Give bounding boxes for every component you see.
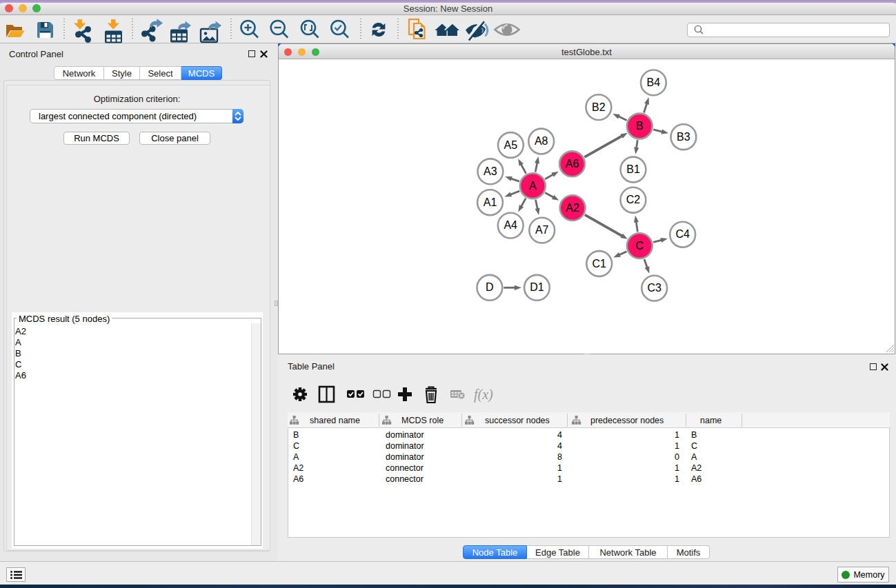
svg-text:D: D xyxy=(486,281,494,293)
svg-text:A5: A5 xyxy=(504,139,518,151)
svg-text:A3: A3 xyxy=(484,165,497,177)
svg-text:B3: B3 xyxy=(677,131,690,143)
svg-text:B4: B4 xyxy=(647,77,661,88)
svg-text:A8: A8 xyxy=(535,135,548,147)
svg-text:D1: D1 xyxy=(530,281,544,293)
svg-text:C1: C1 xyxy=(592,258,606,270)
svg-text:A7: A7 xyxy=(535,224,549,236)
svg-text:A2: A2 xyxy=(566,202,579,214)
svg-text:B1: B1 xyxy=(626,163,640,175)
svg-text:A1: A1 xyxy=(484,196,497,208)
svg-text:C: C xyxy=(636,240,644,252)
svg-text:C3: C3 xyxy=(647,282,661,294)
svg-text:C2: C2 xyxy=(626,194,641,205)
svg-text:A: A xyxy=(529,180,537,192)
svg-text:B2: B2 xyxy=(592,101,606,113)
svg-text:B: B xyxy=(636,120,644,132)
svg-text:f(x): f(x) xyxy=(474,387,493,403)
svg-text:C4: C4 xyxy=(675,228,690,240)
svg-text:A6: A6 xyxy=(566,158,579,170)
svg-text:A4: A4 xyxy=(504,219,517,231)
